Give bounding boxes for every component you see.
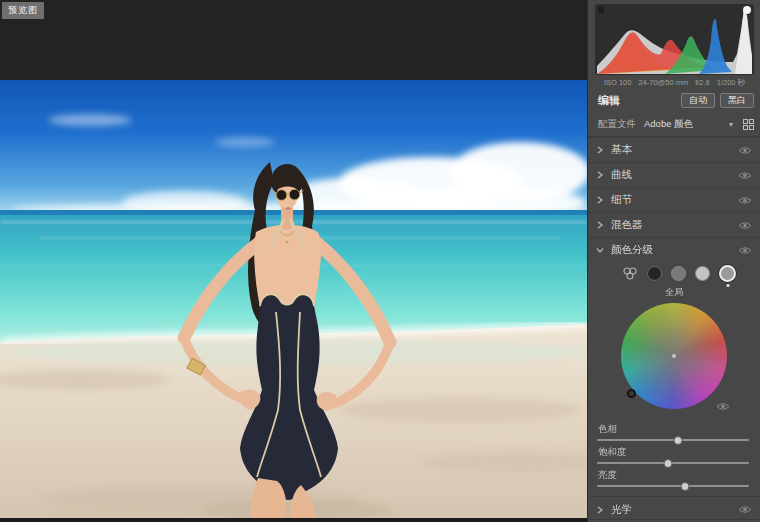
eye-icon[interactable]	[738, 196, 752, 205]
highlight-clipping-indicator[interactable]	[743, 6, 751, 14]
section-label: 光学	[611, 503, 632, 517]
saturation-slider-label: 饱和度	[598, 446, 627, 459]
wheel-caption: 全局	[588, 286, 760, 299]
hue-slider[interactable]	[597, 439, 749, 441]
section-color-grading[interactable]: 颜色分级	[588, 237, 760, 262]
saturation-slider[interactable]	[597, 462, 749, 464]
exif-info: ISO 100 24-70@50 mm f/2.8 1/200 秒	[592, 78, 757, 88]
histogram-chart	[595, 4, 754, 75]
exif-lens: 24-70@50 mm	[638, 78, 688, 88]
three-way-icon[interactable]	[622, 267, 638, 280]
highlights-circle-icon[interactable]	[695, 266, 710, 281]
exif-aperture: f/2.8	[695, 78, 710, 88]
grading-mode-row	[588, 260, 760, 286]
chevron-right-icon	[596, 221, 604, 229]
section-color-mixer[interactable]: 混色器	[588, 212, 760, 237]
color-grading-wheel[interactable]	[621, 303, 727, 409]
chevron-down-icon	[596, 246, 604, 254]
eye-icon[interactable]	[738, 221, 752, 230]
section-label: 基本	[611, 143, 632, 157]
global-circle-icon[interactable]	[719, 265, 736, 282]
edit-panel-title: 编辑	[598, 93, 620, 108]
shadow-clipping-indicator[interactable]	[598, 7, 604, 13]
saturation-slider-knob[interactable]	[664, 459, 673, 468]
section-label: 细节	[611, 193, 632, 207]
profile-label: 配置文件	[598, 118, 636, 131]
eye-icon[interactable]	[738, 171, 752, 180]
luminance-slider-knob[interactable]	[681, 482, 690, 491]
shadows-circle-icon[interactable]	[647, 266, 662, 281]
profile-select[interactable]: Adobe 颜色	[644, 118, 693, 131]
section-detail[interactable]: 细节	[588, 187, 760, 212]
luminance-slider[interactable]	[597, 485, 749, 487]
eye-icon[interactable]	[738, 146, 752, 155]
histogram[interactable]	[595, 4, 754, 75]
chevron-right-icon	[596, 196, 604, 204]
midtones-circle-icon[interactable]	[671, 266, 686, 281]
hue-slider-knob[interactable]	[673, 436, 682, 445]
eye-icon[interactable]	[738, 505, 752, 514]
section-basic[interactable]: 基本	[588, 137, 760, 162]
auto-button[interactable]: 自动	[681, 93, 715, 108]
viewer-tab[interactable]: 预览图	[2, 2, 44, 19]
section-curve[interactable]: 曲线	[588, 162, 760, 187]
luminance-slider-label: 亮度	[598, 469, 617, 482]
edit-panel: ISO 100 24-70@50 mm f/2.8 1/200 秒 编辑 自动 …	[587, 0, 760, 522]
canvas-bottom-strip	[0, 518, 587, 522]
divider	[588, 519, 760, 520]
app-window: 预览图	[0, 0, 760, 522]
exif-shutter: 1/200 秒	[717, 78, 745, 88]
section-label: 曲线	[611, 168, 632, 182]
chevron-right-icon	[596, 171, 604, 179]
wheel-eye-icon[interactable]	[716, 402, 730, 411]
hue-slider-label: 色相	[598, 423, 617, 436]
profile-browser-grid-icon[interactable]	[743, 119, 754, 130]
wheel-center-dot	[672, 354, 676, 358]
bw-button[interactable]: 黑白	[720, 93, 754, 108]
eye-icon[interactable]	[738, 246, 752, 255]
chevron-right-icon	[596, 146, 604, 154]
exif-iso: ISO 100	[604, 78, 632, 88]
photo-canvas[interactable]: 预览图	[0, 0, 587, 522]
wheel-hue-knob[interactable]	[627, 389, 636, 398]
beach-photo	[0, 80, 587, 518]
section-label: 颜色分级	[611, 243, 653, 257]
chevron-down-icon[interactable]: ▾	[729, 120, 733, 129]
section-label: 混色器	[611, 218, 643, 232]
chevron-right-icon	[596, 506, 604, 514]
